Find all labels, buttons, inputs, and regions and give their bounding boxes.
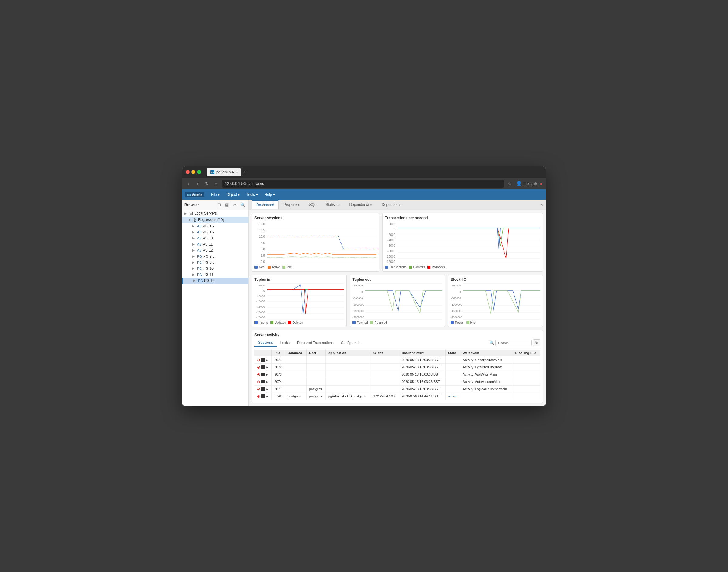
sidebar-item-as11[interactable]: ▶ AS AS 11	[182, 241, 248, 247]
sidebar-item-pg96[interactable]: ▶ PG PG 9.6	[182, 260, 248, 266]
sidebar-item-as12[interactable]: ▶ AS AS 12	[182, 247, 248, 254]
col-user: User	[306, 350, 325, 356]
sidebar-btn-table[interactable]: ▦	[224, 202, 230, 208]
cell-client	[371, 385, 399, 392]
sidebar-item-regression[interactable]: ▼ 🗄 Regression (10)	[182, 217, 248, 223]
chart-transactions: Transactions per second 2000 0 -2000 -40…	[382, 213, 543, 272]
stop-icon[interactable]: ⊗	[257, 358, 260, 362]
stop-icon[interactable]: ⊗	[257, 372, 260, 377]
activity-tab-locks[interactable]: Locks	[277, 339, 293, 347]
square-icon[interactable]	[261, 395, 265, 398]
sidebar-item-pg12[interactable]: ▶ PG PG 12	[182, 278, 248, 284]
sidebar-item-as10[interactable]: ▶ AS AS 10	[182, 235, 248, 241]
cell-database	[285, 378, 306, 385]
expand-arrow[interactable]: ▶	[266, 373, 268, 376]
cell-state	[445, 371, 460, 378]
menu-tools[interactable]: Tools ▾	[243, 191, 260, 198]
refresh-button[interactable]: ↻	[204, 181, 210, 186]
cell-application	[325, 371, 371, 378]
row-actions: ⊗ ▶	[254, 356, 272, 363]
square-icon[interactable]	[261, 358, 265, 362]
table-row: ⊗ ▶ 2072	[254, 363, 540, 371]
tab-close[interactable]: ×	[541, 202, 543, 207]
sidebar-item-pg10[interactable]: ▶ PG PG 10	[182, 266, 248, 272]
cell-state	[445, 378, 460, 385]
tab-close-button[interactable]: ×	[235, 170, 237, 174]
sidebar-item-pg95[interactable]: ▶ PG PG 9.5	[182, 254, 248, 260]
expand-arrow[interactable]: ▶	[266, 395, 268, 398]
menu-file[interactable]: File ▾	[208, 191, 223, 198]
activity-tab-sessions[interactable]: Sessions	[254, 339, 277, 347]
table-row: ⊗ ▶ 2077 postgres	[254, 385, 540, 392]
cell-client	[371, 363, 399, 371]
activity-search-input[interactable]	[495, 340, 532, 346]
square-icon[interactable]	[261, 372, 265, 376]
chart-sessions-legend: Total Active Idle	[254, 266, 376, 269]
sidebar-btn-grid[interactable]: ⊞	[216, 202, 222, 208]
sidebar-btn-search[interactable]: 🔍	[239, 202, 246, 208]
activity-table: PID Database User Application Client Bac…	[254, 350, 540, 400]
cell-database	[285, 356, 306, 363]
cell-wait-event: Activity: LogicalLauncherMain	[460, 385, 512, 392]
chart-sessions-area: 15.0 12.5 10.0 7.5 5.0 2.5 0.0	[254, 222, 376, 264]
menu-object[interactable]: Object ▾	[223, 191, 243, 198]
maximize-button[interactable]	[197, 170, 201, 174]
tab-sql[interactable]: SQL	[305, 200, 321, 209]
tab-dashboard[interactable]: Dashboard	[252, 200, 279, 209]
app-toolbar: pgAdmin File ▾ Object ▾ Tools ▾ Help ▾	[182, 190, 546, 200]
sidebar-item-as96[interactable]: ▶ AS AS 9.6	[182, 229, 248, 235]
stop-icon[interactable]: ⊗	[257, 394, 260, 399]
table-row: ⊗ ▶ 2073	[254, 371, 540, 378]
chart-tuples-out-plot	[365, 283, 442, 320]
activity-tab-prepared[interactable]: Prepared Transactions	[293, 339, 337, 347]
cell-application	[325, 378, 371, 385]
cell-application	[325, 363, 371, 371]
stop-icon[interactable]: ⊗	[257, 365, 260, 369]
expand-arrow[interactable]: ▶	[266, 358, 268, 362]
home-button[interactable]: ⌂	[213, 181, 219, 186]
cell-client: 172.24.64.139	[371, 392, 399, 400]
tab-statistics[interactable]: Statistics	[321, 200, 344, 209]
incognito-close[interactable]: ●	[540, 181, 542, 186]
sidebar-item-local-servers[interactable]: ▶ 🖥 Local Servers	[182, 210, 248, 217]
square-icon[interactable]	[261, 365, 265, 369]
row-actions: ⊗ ▶	[254, 385, 272, 392]
browser-tab-active[interactable]: pg pgAdmin 4 ×	[206, 168, 241, 176]
legend-hits: Hits	[466, 321, 476, 325]
tab-dependencies[interactable]: Dependencies	[345, 200, 377, 209]
activity-tab-configuration[interactable]: Configuration	[337, 339, 366, 347]
activity-refresh-button[interactable]: ↻	[533, 339, 540, 347]
tab-favicon: pg	[210, 170, 215, 174]
sidebar-item-pg11[interactable]: ▶ PG PG 11	[182, 272, 248, 278]
chart-sessions-y-labels: 15.0 12.5 10.0 7.5 5.0 2.5 0.0	[254, 222, 266, 264]
square-icon[interactable]	[261, 380, 265, 383]
col-state: State	[445, 350, 460, 356]
expand-arrow[interactable]: ▶	[266, 366, 268, 369]
sidebar-item-as95[interactable]: ▶ AS AS 9.5	[182, 223, 248, 229]
bookmark-button[interactable]: ☆	[507, 181, 513, 186]
chart-tuples-out-legend: Fetched Returned	[353, 321, 442, 325]
content-tab-bar: Dashboard Properties SQL Statistics Depe…	[249, 200, 546, 210]
square-icon[interactable]	[261, 387, 265, 391]
minimize-button[interactable]	[191, 170, 195, 174]
stop-icon[interactable]: ⊗	[257, 379, 260, 384]
tab-dependents[interactable]: Dependents	[377, 200, 406, 209]
back-button[interactable]: ‹	[186, 181, 192, 186]
expand-arrow[interactable]: ▶	[266, 387, 268, 391]
url-bar[interactable]: 127.0.0.1:5050/browser/	[222, 180, 504, 188]
expand-arrow[interactable]: ▶	[266, 380, 268, 383]
chart-sessions-title: Server sessions	[254, 216, 376, 220]
stop-icon[interactable]: ⊗	[257, 387, 260, 391]
menu-help[interactable]: Help ▾	[261, 191, 278, 198]
chart-tuples-in-legend: Inserts Updates Deletes	[254, 321, 344, 325]
row-actions: ⊗ ▶	[254, 392, 272, 400]
close-button[interactable]	[186, 170, 190, 174]
new-tab-button[interactable]: +	[244, 169, 246, 175]
cell-application	[325, 356, 371, 363]
sidebar-btn-cut[interactable]: ✂	[232, 202, 238, 208]
tab-properties[interactable]: Properties	[280, 200, 305, 209]
cell-database: postgres	[285, 392, 306, 400]
forward-button[interactable]: ›	[195, 181, 201, 186]
legend-inserts: Inserts	[254, 321, 268, 325]
chart-sessions-plot	[267, 222, 376, 264]
